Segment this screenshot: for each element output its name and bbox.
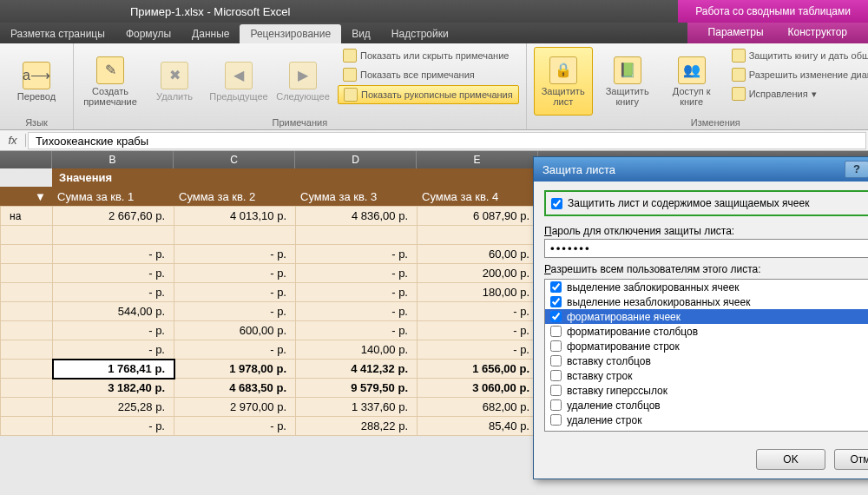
permission-item[interactable]: удаление столбцов bbox=[545, 398, 868, 412]
table-row[interactable]: - р.- р.140,00 р.- р. bbox=[1, 340, 539, 360]
permissions-list[interactable]: выделение заблокированных ячееквыделение… bbox=[544, 279, 868, 432]
group-language: a⟶ Перевод Язык bbox=[0, 43, 74, 129]
tab-review[interactable]: Рецензирование bbox=[240, 24, 341, 43]
title-bar: Пример-1.xlsx - Microsoft Excel Работа с… bbox=[0, 0, 868, 23]
formula-input[interactable]: Тихоокеанские крабы bbox=[28, 132, 866, 149]
translate-icon: a⟶ bbox=[23, 62, 50, 89]
permission-item[interactable]: вставку строк bbox=[545, 368, 868, 383]
protect-sheet-icon: 🔒 bbox=[549, 56, 577, 84]
dialog-title: Защита листа bbox=[542, 163, 615, 176]
permissions-label: Разрешить всем пользователям этого листа… bbox=[544, 263, 868, 275]
table-row[interactable]: - р.- р.- р.200,00 р. bbox=[1, 264, 539, 283]
prev-icon: ◀ bbox=[225, 62, 253, 89]
table-row[interactable]: 225,28 р.2 970,00 р.1 337,60 р.682,00 р. bbox=[1, 398, 539, 417]
col-c[interactable]: C bbox=[174, 151, 295, 168]
filter-dropdown-icon[interactable]: ▼ bbox=[35, 190, 46, 203]
show-hide-icon bbox=[343, 49, 357, 63]
table-row[interactable]: на2 667,60 р.4 013,10 р.4 836,00 р.6 087… bbox=[1, 207, 539, 226]
tab-page-layout[interactable]: Разметка страницы bbox=[0, 24, 115, 43]
next-comment-button[interactable]: ▶ Следующее bbox=[273, 47, 332, 116]
share-workbook-button[interactable]: 👥 Доступ к книге bbox=[662, 47, 721, 116]
ok-button[interactable]: OK bbox=[756, 449, 825, 470]
help-button[interactable]: ? bbox=[845, 161, 868, 178]
protect-and-share-button[interactable]: Защитить книгу и дать общий д bbox=[727, 47, 868, 64]
allow-ranges-icon bbox=[732, 68, 746, 82]
new-comment-button[interactable]: ✎ Создать примечание bbox=[81, 47, 140, 116]
col-b[interactable]: B bbox=[52, 151, 174, 168]
table-row[interactable] bbox=[1, 226, 539, 245]
share-icon: 👥 bbox=[678, 56, 706, 84]
delete-icon: ✖ bbox=[161, 62, 188, 89]
delete-comment-button[interactable]: ✖ Удалить bbox=[145, 47, 204, 116]
contextual-tab-title: Работа со сводными таблицами bbox=[678, 0, 868, 23]
previous-comment-button[interactable]: ◀ Предыдущее bbox=[209, 47, 268, 116]
table-row[interactable]: - р.- р.- р.60,00 р. bbox=[1, 245, 539, 264]
protect-book-icon: 📗 bbox=[614, 56, 641, 84]
col-e[interactable]: E bbox=[417, 151, 538, 168]
permission-item[interactable]: вставку гиперссылок bbox=[545, 383, 868, 398]
table-row[interactable]: - р.- р.- р.180,00 р. bbox=[1, 283, 539, 302]
tab-options[interactable]: Параметры bbox=[696, 23, 776, 43]
password-input[interactable] bbox=[544, 239, 868, 258]
tab-formulas[interactable]: Формулы bbox=[115, 24, 181, 43]
table-row[interactable]: - р.600,00 р.- р.- р. bbox=[1, 321, 539, 340]
table-row[interactable]: 1 768,41 р.1 978,00 р.4 412,32 р.1 656,0… bbox=[1, 360, 539, 379]
permission-item[interactable]: выделение незаблокированных ячеек bbox=[545, 294, 868, 309]
show-all-icon bbox=[343, 68, 357, 82]
show-all-comments-button[interactable]: Показать все примечания bbox=[338, 66, 519, 83]
track-changes-icon bbox=[732, 87, 746, 101]
ink-icon bbox=[344, 88, 358, 102]
permission-item[interactable]: вставку столбцов bbox=[545, 353, 868, 368]
protect-workbook-button[interactable]: 📗 Защитить книгу bbox=[598, 47, 657, 116]
new-comment-icon: ✎ bbox=[96, 56, 124, 84]
group-changes: 🔒 Защитить лист 📗 Защитить книгу 👥 Досту… bbox=[527, 43, 868, 129]
protect-share-icon bbox=[732, 49, 746, 63]
pivot-table[interactable]: на2 667,60 р.4 013,10 р.4 836,00 р.6 087… bbox=[0, 206, 539, 436]
permission-item[interactable]: удаление строк bbox=[545, 412, 868, 427]
ribbon: a⟶ Перевод Язык ✎ Создать примечание ✖ У… bbox=[0, 43, 868, 130]
group-comments: ✎ Создать примечание ✖ Удалить ◀ Предыду… bbox=[74, 43, 527, 129]
show-hide-comment-button[interactable]: Показать или скрыть примечание bbox=[338, 47, 519, 64]
tab-design[interactable]: Конструктор bbox=[776, 23, 859, 43]
password-label: Пароль для отключения защиты листа: bbox=[544, 225, 868, 237]
ribbon-tabs: Разметка страницы Формулы Данные Рецензи… bbox=[0, 23, 868, 43]
tab-addins[interactable]: Надстройки bbox=[381, 24, 459, 43]
protect-contents-checkbox[interactable]: Защитить лист и содержимое защищаемых яч… bbox=[544, 190, 868, 216]
col-d[interactable]: D bbox=[295, 151, 417, 168]
track-changes-button[interactable]: Исправления ▾ bbox=[727, 85, 868, 102]
show-ink-button[interactable]: Показать рукописные примечания bbox=[338, 85, 519, 104]
dialog-titlebar[interactable]: Защита листа ? X bbox=[534, 157, 868, 182]
chevron-down-icon: ▾ bbox=[812, 89, 817, 100]
table-row[interactable]: 3 182,40 р.4 683,50 р.9 579,50 р.3 060,0… bbox=[1, 379, 539, 398]
cancel-button[interactable]: Отмена bbox=[834, 449, 868, 470]
permission-item[interactable]: форматирование строк bbox=[545, 339, 868, 353]
next-icon: ▶ bbox=[289, 62, 317, 89]
fx-icon[interactable]: fx bbox=[0, 134, 26, 147]
tab-data[interactable]: Данные bbox=[181, 24, 240, 43]
contextual-tabs: Параметры Конструктор bbox=[687, 23, 868, 43]
permission-item[interactable]: форматирование ячеек bbox=[545, 309, 868, 324]
permission-item[interactable]: выделение заблокированных ячеек bbox=[545, 280, 868, 294]
table-row[interactable]: 544,00 р.- р.- р.- р. bbox=[1, 302, 539, 321]
tab-view[interactable]: Вид bbox=[341, 24, 381, 43]
protect-sheet-dialog: Защита листа ? X Защитить лист и содержи… bbox=[533, 156, 868, 479]
allow-edit-ranges-button[interactable]: Разрешить изменение диапазон bbox=[727, 66, 868, 83]
protect-sheet-button[interactable]: 🔒 Защитить лист bbox=[534, 47, 593, 116]
table-row[interactable]: - р.- р.288,22 р.85,40 р. bbox=[1, 417, 539, 436]
translate-button[interactable]: a⟶ Перевод bbox=[7, 47, 66, 116]
window-title: Пример-1.xlsx - Microsoft Excel bbox=[0, 5, 290, 18]
values-header: Значения bbox=[52, 168, 538, 187]
permission-item[interactable]: форматирование столбцов bbox=[545, 324, 868, 339]
formula-bar: fx Тихоокеанские крабы bbox=[0, 130, 868, 151]
